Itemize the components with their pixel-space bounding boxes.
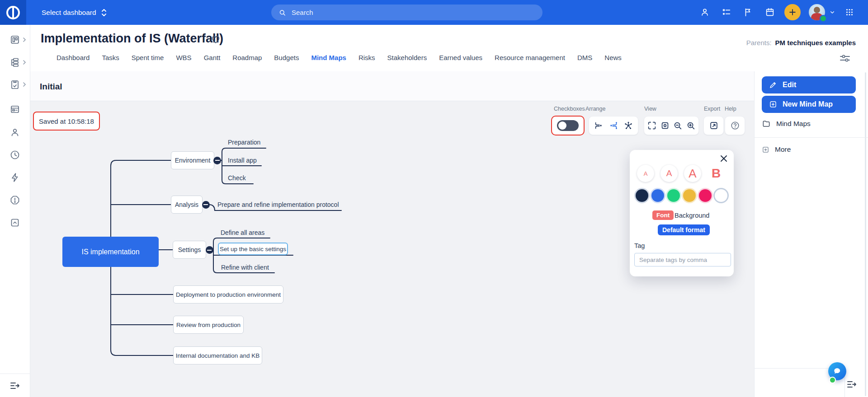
select-dashboard[interactable]: Select dashboard: [42, 0, 107, 25]
people-icon[interactable]: [699, 6, 711, 18]
sidebar-chevron-icon[interactable]: [22, 82, 27, 87]
tab-tasks[interactable]: Tasks: [102, 54, 119, 61]
mindmap-branch-node[interactable]: Deployment to production environment: [173, 285, 283, 304]
more-item[interactable]: More: [762, 145, 791, 154]
new-mind-map-button[interactable]: New Mind Map: [762, 96, 856, 113]
toggle-knob: [558, 121, 566, 130]
view-settings-icon[interactable]: [839, 53, 851, 63]
color-swatch-navy[interactable]: [636, 189, 648, 202]
parents-label: Parents:: [746, 39, 772, 47]
sidebar-structure-icon[interactable]: [9, 57, 20, 68]
tab-mind-maps[interactable]: Mind Maps: [311, 54, 346, 61]
tag-input[interactable]: [634, 253, 731, 266]
mindmap-branch-node[interactable]: Settings: [173, 241, 206, 259]
mindmap-branch-node[interactable]: Review from production: [173, 316, 244, 334]
default-format-button[interactable]: Default format: [658, 224, 710, 235]
background-mode-chip[interactable]: Background: [675, 212, 709, 219]
mindmap-branch-node[interactable]: Analysis: [171, 196, 203, 214]
font-size-small-button[interactable]: A: [637, 165, 654, 182]
color-swatch-green[interactable]: [667, 189, 680, 202]
collapse-node-button[interactable]: [213, 157, 221, 164]
mind-maps-folder-item[interactable]: Mind Maps: [762, 119, 811, 128]
edit-button[interactable]: Edit: [762, 76, 856, 93]
sidebar-time-icon[interactable]: [9, 149, 20, 160]
calendar-icon[interactable]: [764, 6, 776, 18]
sidebar-clipboard-icon[interactable]: [9, 79, 20, 90]
font-mode-chip[interactable]: Font: [652, 210, 674, 220]
sidebar-people-icon[interactable]: [9, 127, 20, 138]
tab-earned-values[interactable]: Earned values: [439, 54, 482, 61]
tab-news[interactable]: News: [604, 54, 622, 61]
mindmap-selected-node[interactable]: Set up the basic settings: [218, 243, 288, 255]
mindmap-child-node[interactable]: Install app: [228, 157, 257, 164]
checkboxes-toggle[interactable]: [557, 120, 579, 131]
collapse-sidebar-button[interactable]: [0, 374, 30, 397]
tab-stakeholders[interactable]: Stakeholders: [387, 54, 427, 61]
mindmap-branch-node[interactable]: Internal documentation and KB: [173, 346, 262, 364]
add-button[interactable]: [784, 4, 801, 20]
chevron-down-icon[interactable]: [826, 6, 838, 18]
select-dashboard-label: Select dashboard: [42, 9, 96, 17]
sidebar-dashboard-icon[interactable]: [9, 34, 20, 45]
mindmap-child-node[interactable]: Prepare and refine implementation protoc…: [217, 201, 339, 208]
tab-resource-management[interactable]: Resource management: [495, 54, 565, 61]
tab-risks[interactable]: Risks: [359, 54, 375, 61]
sidebar-upgrade-icon[interactable]: [9, 217, 20, 228]
mindmap-child-node[interactable]: Define all areas: [221, 229, 264, 236]
center-view-icon[interactable]: [660, 120, 670, 131]
zoom-in-icon[interactable]: [685, 120, 696, 131]
color-swatch-pink[interactable]: [699, 189, 712, 202]
export-icon[interactable]: [708, 120, 719, 131]
favorite-heart-icon[interactable]: [211, 34, 221, 44]
folder-icon: [762, 119, 771, 128]
arrange-right-icon[interactable]: [593, 120, 604, 131]
collapse-panel-button[interactable]: [846, 379, 857, 389]
fullscreen-icon[interactable]: [646, 120, 657, 131]
apps-grid-icon[interactable]: [844, 6, 855, 18]
close-icon[interactable]: [719, 154, 728, 163]
saved-status-badge: Saved at 10:58:18: [33, 112, 100, 131]
tag-label: Tag: [634, 242, 645, 249]
mindmap-root-node[interactable]: IS implementation: [62, 237, 159, 267]
tab-spent-time[interactable]: Spent time: [132, 54, 164, 61]
search-input[interactable]: [291, 8, 535, 17]
sidebar-board-icon[interactable]: [9, 104, 20, 115]
color-swatch-white[interactable]: [715, 189, 727, 202]
tab-wbs[interactable]: WBS: [176, 54, 191, 61]
divider: [755, 137, 868, 138]
global-search[interactable]: [271, 5, 542, 20]
sidebar-chevron-icon[interactable]: [22, 37, 27, 42]
collapse-node-button[interactable]: [202, 201, 210, 209]
breadcrumb: Parents: PM techniques examples: [746, 39, 856, 47]
expand-right-icon: [9, 381, 20, 391]
mindmap-child-node[interactable]: Preparation: [228, 139, 260, 146]
collapse-node-button[interactable]: [206, 246, 213, 254]
arrange-radial-icon[interactable]: [623, 120, 634, 131]
tab-dms[interactable]: DMS: [577, 54, 592, 61]
tab-budgets[interactable]: Budgets: [274, 54, 299, 61]
tab-dashboard[interactable]: Dashboard: [57, 54, 90, 61]
parents-value[interactable]: PM techniques examples: [775, 39, 856, 47]
tab-roadmap[interactable]: Roadmap: [232, 54, 262, 61]
bold-button[interactable]: B: [708, 165, 725, 182]
sidebar-risks-icon[interactable]: [9, 195, 20, 206]
tab-gantt[interactable]: Gantt: [204, 54, 221, 61]
app-logo[interactable]: [0, 0, 26, 25]
project-tabs: Dashboard Tasks Spent time WBS Gantt Roa…: [57, 54, 622, 61]
mindmap-child-node[interactable]: Refine with client: [221, 264, 269, 271]
zoom-out-icon[interactable]: [672, 120, 683, 131]
sidebar-chevron-icon[interactable]: [22, 60, 27, 65]
online-badge: [820, 15, 827, 22]
font-size-large-button[interactable]: A: [684, 165, 701, 182]
sidebar-activity-icon[interactable]: [9, 172, 20, 183]
flag-icon[interactable]: [742, 6, 754, 18]
help-icon[interactable]: [730, 120, 741, 131]
tasks-list-icon[interactable]: [721, 6, 732, 18]
color-swatch-blue[interactable]: [651, 189, 664, 202]
mindmap-branch-node[interactable]: Environment: [171, 151, 214, 169]
color-swatch-amber[interactable]: [683, 189, 696, 202]
font-size-medium-button[interactable]: A: [660, 165, 678, 182]
mindmap-child-node[interactable]: Check: [228, 174, 246, 182]
arrange-left-icon[interactable]: [608, 120, 619, 131]
scrollbar[interactable]: [865, 72, 866, 396]
